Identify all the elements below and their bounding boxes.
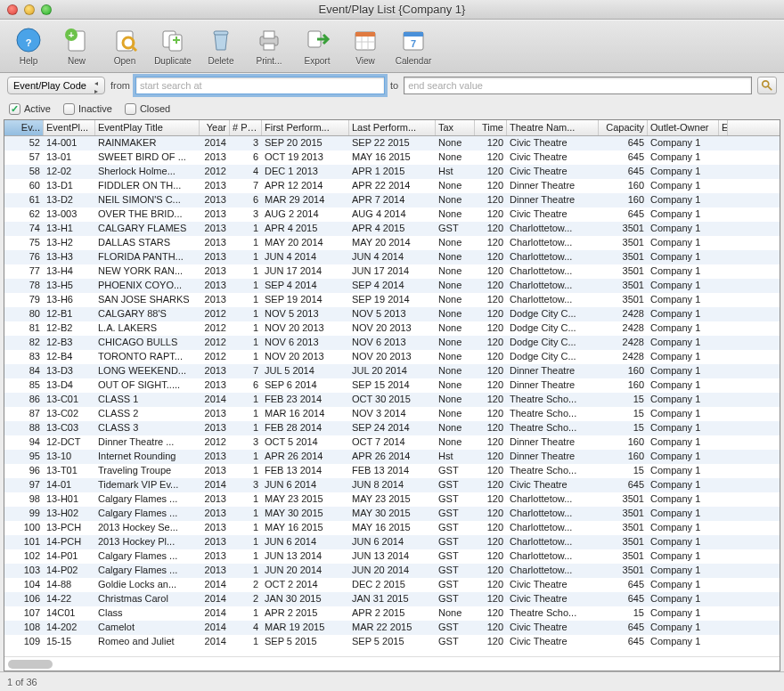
print-button[interactable]: Print... (248, 26, 290, 66)
table-row[interactable]: 5214-001RAINMAKER20143SEP 20 2015SEP 22 … (4, 136, 780, 150)
zoom-icon[interactable] (41, 4, 52, 15)
table-row[interactable]: 8312-B4TORONTO RAPT...20121NOV 20 2013NO… (4, 350, 780, 364)
table-row[interactable]: 10214-P01Calgary Flames ...20131JUN 13 2… (4, 549, 780, 564)
cell-perf: 4 (230, 165, 262, 179)
table-row[interactable]: 9714-01Tidemark VIP Ev...20143JUN 6 2014… (4, 478, 780, 492)
duplicate-button[interactable]: Duplicate (151, 26, 194, 66)
cell-title: CLASS 2 (95, 407, 200, 421)
cell-ev: 103 (4, 564, 44, 578)
column-header-code[interactable]: EventPl... (44, 120, 95, 135)
table-row[interactable]: 6013-D1FIDDLER ON TH...20137APR 12 2014A… (4, 179, 780, 193)
delete-button[interactable]: Delete (200, 26, 242, 66)
new-button[interactable]: + New (55, 26, 98, 66)
table-row[interactable]: 10915-15Romeo and Juliet20141SEP 5 2015S… (4, 635, 780, 649)
table-row[interactable]: 10414-88Goldie Locks an...20142OCT 2 201… (4, 578, 780, 592)
column-header-year[interactable]: Year (200, 120, 230, 135)
cell-theatre: Civic Theatre (507, 592, 599, 606)
cell-time: 120 (475, 421, 507, 435)
cell-cap: 3501 (599, 293, 648, 307)
table-row[interactable]: 8613-C01CLASS 120141FEB 23 2014OCT 30 20… (4, 393, 780, 407)
cell-owner: Company 1 (648, 407, 719, 421)
cell-year: 2013 (200, 179, 230, 193)
table-row[interactable]: 8713-C02CLASS 220131MAR 16 2014NOV 3 201… (4, 407, 780, 421)
scrollbar-thumb[interactable] (8, 660, 53, 669)
table-row[interactable]: 9613-T01Traveling Troupe20131FEB 13 2014… (4, 464, 780, 478)
table-row[interactable]: 9913-H02Calgary Flames ...20131MAY 30 20… (4, 507, 780, 521)
cell-code: 13-C01 (44, 393, 95, 407)
cell-title: PHOENIX COYO... (95, 279, 200, 293)
column-header-ex[interactable]: E (719, 120, 728, 135)
cell-code: 12-02 (44, 165, 95, 179)
calendar-button[interactable]: 7 Calendar (392, 26, 435, 66)
cell-owner: Company 1 (648, 136, 719, 150)
horizontal-scrollbar[interactable] (4, 656, 780, 671)
table-row[interactable]: 8413-D3LONG WEEKEND...20137JUL 5 2014JUL… (4, 364, 780, 378)
table-row[interactable]: 10013-PCH2013 Hockey Se...20131MAY 16 20… (4, 521, 780, 535)
table-row[interactable]: 9813-H01Calgary Flames ...20131MAY 23 20… (4, 492, 780, 507)
table-row[interactable]: 7513-H2DALLAS STARS20131MAY 20 2014MAY 2… (4, 236, 780, 250)
cell-year: 2013 (200, 535, 230, 549)
active-checkbox[interactable]: ✓Active (9, 103, 51, 115)
table-row[interactable]: 8012-B1CALGARY 88'S20121NOV 5 2013NOV 5 … (4, 307, 780, 321)
table-row[interactable]: 5713-01SWEET BIRD OF ...20136OCT 19 2013… (4, 150, 780, 165)
cell-ex (719, 364, 728, 378)
column-header-first[interactable]: First Perform... (262, 120, 349, 135)
search-button[interactable] (757, 77, 777, 94)
table-row[interactable]: 5812-02Sherlock Holme...20124DEC 1 2013A… (4, 165, 780, 179)
cell-tax: GST (436, 521, 475, 535)
table-row[interactable]: 9513-10Internet Rounding20131APR 26 2014… (4, 450, 780, 464)
column-header-time[interactable]: Time (475, 120, 507, 135)
cell-theatre: Theatre Scho... (507, 393, 599, 407)
search-field-select[interactable]: Event/Play Code (7, 77, 105, 94)
cell-tax: GST (436, 464, 475, 478)
export-button[interactable]: Export (296, 26, 339, 66)
search-to-input[interactable] (404, 77, 752, 94)
table-row[interactable]: 10714C01Class20141APR 2 2015APR 2 2015No… (4, 606, 780, 621)
cell-cap: 3501 (599, 521, 648, 535)
inactive-checkbox[interactable]: Inactive (63, 103, 112, 115)
open-button[interactable]: Open (103, 26, 146, 66)
cell-time: 120 (475, 150, 507, 165)
cell-code: 14-01 (44, 478, 95, 492)
cell-title: CALGARY 88'S (95, 307, 200, 321)
column-header-cap[interactable]: Capacity (599, 120, 648, 135)
column-header-title[interactable]: EventPlay Title (95, 120, 200, 135)
search-from-input[interactable] (135, 77, 385, 94)
table-row[interactable]: 10314-P02Calgary Flames ...20131JUN 20 2… (4, 564, 780, 578)
help-button[interactable]: ? Help (7, 26, 50, 66)
column-header-ev[interactable]: Ev... (4, 120, 44, 135)
table-row[interactable]: 8212-B3CHICAGO BULLS20121NOV 6 2013NOV 6… (4, 336, 780, 350)
closed-checkbox[interactable]: Closed (125, 103, 170, 115)
table-row[interactable]: 7913-H6SAN JOSE SHARKS20131SEP 19 2014SE… (4, 293, 780, 307)
view-button[interactable]: View (344, 26, 387, 66)
table-row[interactable]: 8813-C03CLASS 320131FEB 28 2014SEP 24 20… (4, 421, 780, 435)
cell-cap: 645 (599, 165, 648, 179)
cell-time: 120 (475, 293, 507, 307)
table-row[interactable]: 10114-PCH2013 Hockey Pl...20131JUN 6 201… (4, 535, 780, 549)
table-row[interactable]: 10814-202Camelot20144MAR 19 2015MAR 22 2… (4, 621, 780, 635)
column-header-perf[interactable]: # Perf (230, 120, 262, 135)
table-row[interactable]: 6213-003OVER THE BRID...20133AUG 2 2014A… (4, 207, 780, 222)
table-row[interactable]: 7713-H4NEW YORK RAN...20131JUN 17 2014JU… (4, 264, 780, 279)
column-header-tax[interactable]: Tax (436, 120, 475, 135)
table-row[interactable]: 8513-D4OUT OF SIGHT.....20136SEP 6 2014S… (4, 378, 780, 393)
column-header-last[interactable]: Last Perform... (349, 120, 436, 135)
close-icon[interactable] (7, 4, 18, 15)
table-row[interactable]: 10614-22Christmas Carol20142JAN 30 2015J… (4, 592, 780, 606)
cell-theatre: Charlottetow... (507, 222, 599, 236)
cell-tax: GST (436, 621, 475, 635)
minimize-icon[interactable] (24, 4, 35, 15)
cell-theatre: Charlottetow... (507, 564, 599, 578)
cell-year: 2013 (200, 450, 230, 464)
table-row[interactable]: 7413-H1CALGARY FLAMES20131APR 4 2015APR … (4, 222, 780, 236)
cell-theatre: Civic Theatre (507, 578, 599, 592)
cell-ev: 99 (4, 507, 44, 521)
column-header-owner[interactable]: Outlet-Owner (648, 120, 719, 135)
table-row[interactable]: 8112-B2L.A. LAKERS20121NOV 20 2013NOV 20… (4, 321, 780, 336)
table-row[interactable]: 7613-H3FLORIDA PANTH...20131JUN 4 2014JU… (4, 250, 780, 264)
table-row[interactable]: 7813-H5PHOENIX COYO...20131SEP 4 2014SEP… (4, 279, 780, 293)
table-row[interactable]: 6113-D2NEIL SIMON'S C...20136MAR 29 2014… (4, 193, 780, 207)
table-body[interactable]: 5214-001RAINMAKER20143SEP 20 2015SEP 22 … (4, 136, 780, 656)
table-row[interactable]: 9412-DCTDinner Theatre ...20123OCT 5 201… (4, 435, 780, 450)
column-header-theatre[interactable]: Theatre Nam... (507, 120, 599, 135)
